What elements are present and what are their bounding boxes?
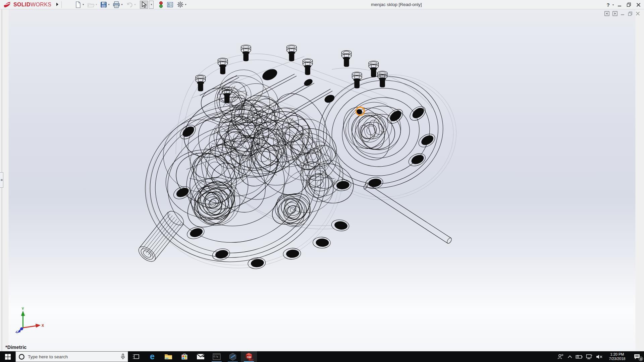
print-button[interactable]: ▾ — [112, 1, 123, 9]
start-button[interactable] — [0, 351, 15, 362]
open-button[interactable]: ▾ — [86, 1, 98, 9]
chevron-up-icon — [568, 355, 572, 358]
select-arrow-icon — [141, 1, 147, 8]
open-icon — [87, 1, 95, 8]
taskbar-app-command-prompt[interactable]: C:\ — [209, 351, 225, 362]
brand-works: WORKS — [31, 2, 51, 7]
store-icon — [181, 353, 188, 360]
people-button[interactable] — [555, 351, 566, 362]
rebuild-traffic-light-icon — [159, 1, 163, 8]
brand-solid: SOLID — [13, 2, 31, 7]
document-window-controls — [604, 11, 640, 16]
options-button[interactable]: ▾ — [176, 1, 187, 9]
dropdown-caret-icon[interactable]: ▾ — [185, 3, 186, 6]
toolbar-flyout-arrow[interactable] — [56, 2, 59, 7]
help-label: ? — [606, 2, 609, 8]
help-dropdown-caret-icon[interactable]: ▾ — [612, 3, 614, 6]
axis-x-label: X — [42, 323, 44, 327]
microphone-icon[interactable] — [121, 354, 125, 360]
mail-icon — [197, 354, 205, 360]
edge-icon: e — [148, 352, 157, 361]
taskbar-app-solidworks[interactable]: SW 2017 — [241, 351, 257, 362]
titlebar: SOLIDWORKS ▾ ▾ ▾ — [0, 0, 644, 9]
restore-icon — [627, 2, 631, 7]
dropdown-caret-icon[interactable]: ▾ — [96, 3, 97, 6]
task-view-icon — [132, 353, 140, 360]
close-icon — [636, 3, 641, 7]
undo-button[interactable]: ▾ — [125, 1, 137, 9]
taskbar-app-file-explorer[interactable] — [160, 351, 176, 362]
windows-taskbar: e C:\ — [0, 351, 644, 362]
help-button[interactable]: ? — [604, 1, 612, 8]
clock-date: 7/23/2018 — [609, 357, 626, 361]
volume-muted-icon — [596, 354, 603, 359]
restore-button[interactable] — [625, 1, 633, 8]
file-explorer-icon — [164, 353, 172, 360]
document-title: menjac sklop [Read-only] — [371, 0, 422, 9]
sw-label: SW — [247, 356, 252, 359]
solidworks-logo: SOLIDWORKS — [3, 1, 51, 8]
taskbar-app-notepad-plus[interactable] — [225, 351, 241, 362]
taskbar-app-edge[interactable]: e — [144, 351, 160, 362]
options-gear-icon — [177, 1, 184, 8]
hexagon-app-icon — [229, 353, 237, 361]
battery-icon — [576, 355, 583, 359]
minimize-icon — [618, 3, 622, 7]
pane-next-button[interactable] — [612, 11, 618, 16]
system-tray: 1:20 PM 7/23/2018 3 — [555, 351, 644, 362]
wireframe-gearbox-model: Y X — [0, 9, 644, 351]
sw-year-label: 2017 — [249, 359, 253, 361]
action-center-button[interactable]: 3 — [630, 351, 644, 362]
featuremanager-splitter-tab[interactable] — [0, 172, 3, 188]
doc-restore-button[interactable] — [628, 11, 633, 16]
taskbar-app-store[interactable] — [176, 351, 193, 362]
battery-button[interactable] — [574, 351, 584, 362]
dropdown-caret-icon[interactable]: ▾ — [108, 3, 109, 6]
edge-glyph: e — [150, 352, 155, 361]
network-icon — [586, 354, 593, 359]
minimize-button[interactable] — [616, 1, 623, 8]
print-icon — [113, 1, 120, 8]
save-icon — [100, 1, 107, 8]
people-icon — [557, 354, 564, 360]
undo-icon — [126, 1, 133, 8]
taskbar-search[interactable] — [15, 351, 128, 362]
dropdown-caret-icon[interactable]: ▾ — [83, 3, 84, 6]
file-properties-icon — [167, 1, 173, 8]
select-button[interactable] — [140, 1, 148, 9]
dropdown-caret-icon[interactable]: ▾ — [134, 3, 136, 6]
windows-logo-icon — [5, 354, 11, 360]
window-controls: ? ▾ — [604, 0, 642, 9]
dassault-systemes-icon — [3, 1, 12, 8]
taskbar-app-mail[interactable] — [193, 351, 209, 362]
close-button[interactable] — [635, 1, 642, 8]
cortana-icon — [18, 354, 25, 360]
solidworks-app-icon: SW 2017 — [245, 352, 253, 361]
doc-minimize-button[interactable] — [621, 11, 625, 16]
new-document-button[interactable]: ▾ — [74, 1, 85, 9]
network-button[interactable] — [584, 351, 594, 362]
splitter-dot-icon — [1, 179, 3, 181]
tray-overflow-button[interactable] — [566, 351, 574, 362]
graphics-area[interactable]: Y X — [0, 9, 644, 351]
save-button[interactable]: ▾ — [99, 1, 110, 9]
clock-time: 1:20 PM — [610, 352, 624, 357]
file-properties-button[interactable] — [166, 1, 174, 9]
notification-badge: 3 — [639, 357, 643, 361]
taskbar-app-task-view[interactable] — [128, 351, 144, 362]
dropdown-caret-icon[interactable]: ▾ — [121, 3, 122, 6]
taskbar-clock[interactable]: 1:20 PM 7/23/2018 — [604, 352, 630, 361]
axis-y-label: Y — [22, 307, 24, 311]
pane-previous-button[interactable] — [604, 11, 609, 16]
doc-close-button[interactable] — [636, 11, 640, 16]
brand-text: SOLIDWORKS — [13, 2, 51, 8]
command-prompt-icon: C:\ — [213, 353, 221, 360]
volume-button[interactable] — [594, 351, 604, 362]
search-input[interactable] — [28, 354, 118, 359]
rebuild-button[interactable] — [158, 1, 164, 9]
view-orientation-label: *Dimetric — [5, 345, 26, 350]
select-dropdown[interactable]: ▾ — [149, 1, 154, 9]
new-document-icon — [75, 1, 82, 8]
separator — [61, 1, 62, 8]
